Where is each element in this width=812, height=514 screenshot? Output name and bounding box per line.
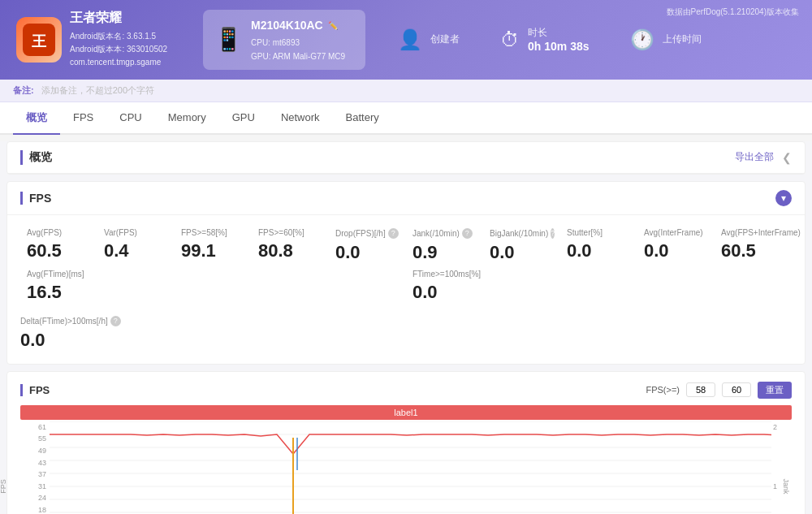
stat-label: Avg(FPS+InterFrame) bbox=[721, 228, 785, 237]
nav-tab-FPS[interactable]: FPS bbox=[60, 103, 106, 133]
chart-controls: FPS(>=) 重置 bbox=[646, 382, 792, 399]
note-bar: 备注: 添加备注，不超过200个字符 bbox=[0, 80, 812, 102]
note-placeholder[interactable]: 添加备注，不超过200个字符 bbox=[41, 85, 154, 95]
creator-icon: 👤 bbox=[398, 28, 422, 51]
fps-y-label: FPS bbox=[0, 479, 7, 494]
nav-tab-Memory[interactable]: Memory bbox=[155, 103, 219, 133]
header-meta: 数据由PerfDog(5.1.210204)版本收集 bbox=[667, 6, 799, 18]
app-info: 王 王者荣耀 Android版本名: 3.63.1.5 Android版本本: … bbox=[16, 10, 179, 69]
stat-value: 0.4 bbox=[104, 240, 168, 261]
app-icon: 王 bbox=[16, 17, 62, 63]
fps-stat-item: Avg(FPS) 60.5 bbox=[20, 225, 97, 266]
y-axis-left-label: 61 bbox=[20, 423, 46, 431]
stat-label: Drop(FPS)[/h] ? bbox=[335, 228, 400, 239]
fps-stat-item: Avg(FPS+InterFrame) 60.5 bbox=[715, 225, 792, 266]
duration-value: 0h 10m 38s bbox=[528, 40, 590, 53]
duration-icon: ⏱ bbox=[500, 28, 520, 51]
help-icon[interactable]: ? bbox=[462, 228, 473, 239]
fps-threshold2-input[interactable] bbox=[722, 382, 751, 397]
y-axis-left-label: 18 bbox=[20, 506, 46, 514]
creator-label: 创建者 bbox=[430, 32, 460, 46]
content: 概览 导出全部 ❮ FPS ▾ Avg(FPS) 60.5 Var(FPS) 0… bbox=[0, 141, 812, 514]
export-button[interactable]: 导出全部 bbox=[735, 150, 774, 164]
collapse-icon[interactable]: ❮ bbox=[782, 151, 792, 164]
fps-stat-item: Stutter[%] 0.0 bbox=[560, 225, 637, 266]
svg-text:王: 王 bbox=[32, 33, 47, 50]
device-details: M2104K10AC ✏️ CPU: mt6893 GPU: ARM Mali-… bbox=[251, 16, 345, 63]
app-version-name: Android版本名: 3.63.1.5 bbox=[70, 30, 167, 43]
stat-value: 0.0 bbox=[335, 242, 400, 263]
fps-stat-item: Drop(FPS)[/h] ? 0.0 bbox=[329, 225, 406, 266]
stat-label: Avg(FPS) bbox=[27, 228, 91, 237]
y-axis-left-label: 37 bbox=[20, 470, 46, 478]
nav-tab-Network[interactable]: Network bbox=[268, 103, 333, 133]
nav-tabs: 概览FPSCPUMemoryGPUNetworkBattery bbox=[0, 102, 812, 135]
stat-value: 0.0 bbox=[490, 242, 554, 263]
device-info: 📱 M2104K10AC ✏️ CPU: mt6893 GPU: ARM Mal… bbox=[203, 10, 365, 70]
delta-stat-name: Delta(FTime)>100ms[/h] ? bbox=[20, 316, 792, 326]
upload-info: 上传时间 bbox=[663, 32, 702, 46]
chart-header: FPS FPS(>=) 重置 bbox=[20, 382, 792, 399]
stat-label: FPS>=60[%] bbox=[258, 228, 322, 237]
device-cpu: CPU: mt6893 bbox=[251, 36, 345, 50]
stat-value: 0.9 bbox=[412, 242, 477, 263]
app-package: com.tencent.tmgp.sgame bbox=[70, 56, 167, 69]
app-name: 王者荣耀 bbox=[70, 10, 167, 27]
creator-stat: 👤 创建者 bbox=[390, 24, 468, 56]
app-version-code: Android版本本: 363010502 bbox=[70, 43, 167, 56]
y-axis-left-label: 49 bbox=[20, 447, 46, 455]
duration-stat: ⏱ 时长 0h 10m 38s bbox=[492, 21, 598, 58]
fps-stats-title: FPS bbox=[20, 192, 51, 205]
fps-threshold1-input[interactable] bbox=[686, 382, 715, 397]
delta-stat-value: 0.0 bbox=[20, 330, 792, 351]
y-axis-left: 61554943373124181260 bbox=[20, 421, 50, 514]
fps-chart-svg bbox=[50, 421, 771, 514]
chart-title: FPS bbox=[20, 384, 50, 396]
fps-stat-item: FPS>=58[%] 99.1 bbox=[175, 225, 252, 266]
duration-info: 时长 0h 10m 38s bbox=[528, 26, 590, 53]
creator-info: 创建者 bbox=[430, 32, 460, 46]
overview-section: 概览 导出全部 ❮ bbox=[6, 141, 806, 175]
fps-stat-item: BigJank(/10min) ? 0.0 bbox=[483, 225, 560, 266]
delta-help-icon[interactable]: ? bbox=[110, 316, 121, 326]
stat-value: 60.5 bbox=[721, 240, 785, 261]
fps-stats-section: FPS ▾ Avg(FPS) 60.5 Var(FPS) 0.4 FPS>=58… bbox=[6, 181, 806, 365]
device-edit-icon[interactable]: ✏️ bbox=[328, 19, 338, 32]
stat-label: Var(FPS) bbox=[104, 228, 168, 237]
nav-tab-CPU[interactable]: CPU bbox=[106, 103, 154, 133]
stat-value: 60.5 bbox=[27, 240, 91, 261]
fps-chart-section: FPS FPS(>=) 重置 label1 615549433731241812… bbox=[6, 371, 806, 514]
note-label: 备注: bbox=[13, 85, 34, 95]
fps-label-bar: label1 bbox=[20, 405, 792, 420]
stat-label: Stutter[%] bbox=[567, 228, 631, 237]
chart-reset-button[interactable]: 重置 bbox=[758, 382, 792, 399]
nav-tab-概览[interactable]: 概览 bbox=[13, 102, 60, 135]
stat-label: Jank(/10min) ? bbox=[412, 228, 477, 239]
help-icon[interactable]: ? bbox=[388, 228, 399, 239]
fps-collapse-button[interactable]: ▾ bbox=[775, 190, 792, 206]
stat-label: FTime>=100ms[%] bbox=[412, 270, 785, 279]
stat-value: 99.1 bbox=[181, 240, 245, 261]
fps-stat-item: Avg(InterFrame) 0.0 bbox=[637, 225, 715, 266]
duration-label: 时长 bbox=[528, 26, 590, 40]
chart-area bbox=[50, 421, 771, 514]
stat-label: BigJank(/10min) ? bbox=[490, 228, 554, 239]
overview-actions: 导出全部 ❮ bbox=[735, 150, 792, 164]
y-axis-right: 210 bbox=[771, 421, 792, 514]
nav-tab-Battery[interactable]: Battery bbox=[333, 103, 392, 133]
stat-label: Avg(FTime)[ms] bbox=[27, 270, 400, 279]
nav-tab-GPU[interactable]: GPU bbox=[219, 103, 268, 133]
app-details: 王者荣耀 Android版本名: 3.63.1.5 Android版本本: 36… bbox=[70, 10, 167, 69]
fps-stats-actions: ▾ bbox=[775, 190, 792, 206]
y-axis-right-label: 2 bbox=[773, 423, 792, 431]
help-icon[interactable]: ? bbox=[551, 228, 555, 239]
stat-label: Avg(InterFrame) bbox=[644, 228, 708, 237]
upload-label: 上传时间 bbox=[663, 32, 702, 46]
fps-stat-item: Var(FPS) 0.4 bbox=[97, 225, 175, 266]
chart-container: 61554943373124181260 bbox=[20, 421, 792, 514]
y-axis-left-label: 24 bbox=[20, 494, 46, 502]
y-axis-left-label: 43 bbox=[20, 459, 46, 467]
jank-label: Jank bbox=[781, 478, 789, 494]
upload-icon: 🕐 bbox=[630, 28, 654, 51]
device-name: M2104K10AC bbox=[251, 16, 323, 36]
